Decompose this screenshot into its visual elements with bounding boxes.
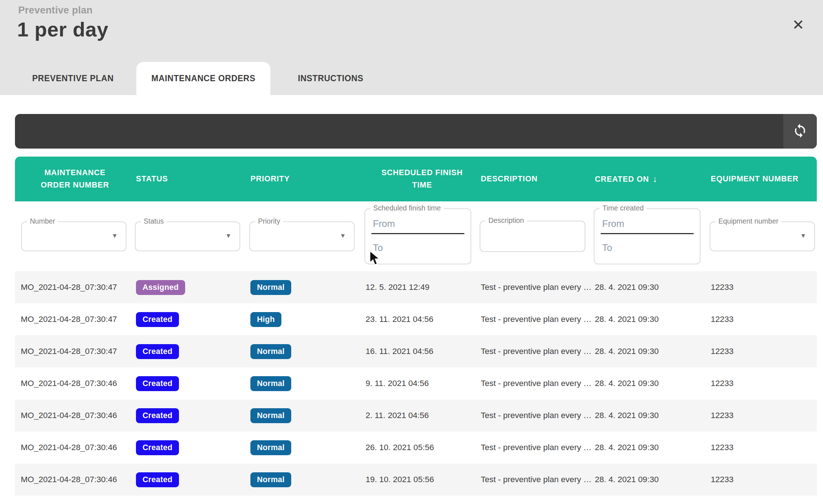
priority-badge: High xyxy=(250,312,281,327)
cell-description: Test - preventive plan every d... xyxy=(480,379,594,388)
cell-scheduled-finish-time: 19. 10. 2021 05:56 xyxy=(364,475,480,484)
cell-order-number: MO_2021-04-28_07:30:47 xyxy=(15,315,135,324)
sort-desc-icon: ↓ xyxy=(653,174,658,184)
close-button[interactable]: ✕ xyxy=(788,15,808,35)
filter-scheduled-finish-time: Scheduled finish time xyxy=(364,208,471,264)
cell-priority: Normal xyxy=(249,344,364,359)
cell-description: Test - preventive plan every d... xyxy=(480,283,594,292)
cell-priority: Normal xyxy=(249,376,364,391)
cell-description: Test - preventive plan every d... xyxy=(480,475,594,484)
cell-created-on: 28. 4. 2021 09:30 xyxy=(594,283,710,292)
cell-description: Test - preventive plan every d... xyxy=(480,443,594,452)
tab-maintenance-orders[interactable]: MAINTENANCE ORDERS xyxy=(136,62,270,95)
cell-order-number: MO_2021-04-28_07:30:46 xyxy=(15,475,135,484)
cell-created-on: 28. 4. 2021 09:30 xyxy=(594,315,710,324)
dialog-subtitle: Preventive plan xyxy=(18,5,93,16)
filter-equipment-number-select[interactable]: Equipment number ▼ xyxy=(710,221,815,251)
refresh-button[interactable] xyxy=(783,114,817,149)
cell-order-number: MO_2021-04-28_07:30:46 xyxy=(15,443,135,452)
table-toolbar xyxy=(15,114,817,149)
tab-bar: PREVENTIVE PLAN MAINTENANCE ORDERS INSTR… xyxy=(9,62,391,95)
scheduled-to-input[interactable] xyxy=(371,237,464,257)
filter-time-created-label: Time created xyxy=(600,204,647,212)
status-badge: Created xyxy=(136,440,179,455)
cell-created-on: 28. 4. 2021 09:30 xyxy=(594,443,710,452)
tab-preventive-plan[interactable]: PREVENTIVE PLAN xyxy=(9,62,136,95)
status-badge: Created xyxy=(136,376,179,391)
chevron-down-icon: ▼ xyxy=(225,232,231,240)
table-row[interactable]: MO_2021-04-28_07:30:46 Created Normal 19… xyxy=(15,464,817,496)
time-created-to-input[interactable] xyxy=(601,237,694,257)
column-header-description[interactable]: DESCRIPTION xyxy=(480,173,594,185)
table-body: MO_2021-04-28_07:30:47 Assigned Normal 1… xyxy=(15,271,823,496)
filter-status-label: Status xyxy=(141,217,167,225)
cell-created-on: 28. 4. 2021 09:30 xyxy=(594,379,710,388)
priority-badge: Normal xyxy=(250,472,291,487)
priority-badge: Normal xyxy=(250,376,291,391)
status-badge: Created xyxy=(136,408,179,423)
cell-description: Test - preventive plan every d... xyxy=(480,347,594,356)
cell-created-on: 28. 4. 2021 09:30 xyxy=(594,347,710,356)
cell-scheduled-finish-time: 23. 11. 2021 04:56 xyxy=(364,315,480,324)
status-badge: Assigned xyxy=(136,280,185,295)
table-row[interactable]: MO_2021-04-28_07:30:47 Assigned Normal 1… xyxy=(15,271,817,303)
refresh-icon xyxy=(792,123,808,139)
dialog-header: Preventive plan 1 per day ✕ PREVENTIVE P… xyxy=(0,0,823,95)
cell-order-number: MO_2021-04-28_07:30:47 xyxy=(15,283,135,292)
cell-equipment-number: 12233 xyxy=(710,379,817,388)
table-row[interactable]: MO_2021-04-28_07:30:47 Created Normal 16… xyxy=(15,335,817,367)
cell-description: Test - preventive plan every d... xyxy=(480,411,594,420)
cell-status: Created xyxy=(135,344,249,359)
cell-scheduled-finish-time: 12. 5. 2021 12:49 xyxy=(364,283,480,292)
scheduled-from-input[interactable] xyxy=(371,216,464,234)
cell-equipment-number: 12233 xyxy=(710,411,817,420)
filter-equipment-number-label: Equipment number xyxy=(715,217,781,225)
cell-created-on: 28. 4. 2021 09:30 xyxy=(594,411,710,420)
preventive-plan-dialog: Preventive plan 1 per day ✕ PREVENTIVE P… xyxy=(0,0,823,504)
chevron-down-icon: ▼ xyxy=(800,232,806,240)
cell-status: Assigned xyxy=(135,280,249,295)
priority-badge: Normal xyxy=(250,440,291,455)
status-badge: Created xyxy=(136,312,179,327)
column-header-created-on[interactable]: CREATED ON↓ xyxy=(594,172,710,186)
tab-content-maintenance-orders: MAINTENANCE ORDER NUMBER STATUS PRIORITY… xyxy=(0,95,823,496)
cell-scheduled-finish-time: 9. 11. 2021 04:56 xyxy=(364,379,480,388)
table-row[interactable]: MO_2021-04-28_07:30:46 Created Normal 9.… xyxy=(15,367,817,399)
filter-priority-select[interactable]: Priority ▼ xyxy=(249,221,355,251)
table-header-row: MAINTENANCE ORDER NUMBER STATUS PRIORITY… xyxy=(15,157,817,201)
cell-description: Test - preventive plan every d... xyxy=(480,315,594,324)
cell-status: Created xyxy=(135,376,249,391)
table-row[interactable]: MO_2021-04-28_07:30:46 Created Normal 26… xyxy=(15,432,817,464)
cell-equipment-number: 12233 xyxy=(710,347,817,356)
filter-scheduled-finish-time-label: Scheduled finish time xyxy=(370,204,444,212)
time-created-from-input[interactable] xyxy=(601,216,694,234)
cell-equipment-number: 12233 xyxy=(710,443,817,452)
close-icon: ✕ xyxy=(792,17,804,32)
cell-priority: Normal xyxy=(249,472,364,487)
column-header-maintenance-order-number[interactable]: MAINTENANCE ORDER NUMBER xyxy=(15,167,135,191)
table-row[interactable]: MO_2021-04-28_07:30:46 Created Normal 2.… xyxy=(15,399,817,432)
status-badge: Created xyxy=(136,472,179,487)
cell-status: Created xyxy=(135,440,249,455)
cell-priority: Normal xyxy=(249,280,364,295)
status-badge: Created xyxy=(136,344,179,359)
filter-status-select[interactable]: Status ▼ xyxy=(135,221,240,251)
cell-status: Created xyxy=(135,472,249,487)
cell-equipment-number: 12233 xyxy=(710,283,817,292)
cell-status: Created xyxy=(135,408,249,423)
filter-number-label: Number xyxy=(27,217,58,225)
cell-priority: Normal xyxy=(249,440,364,455)
column-header-status[interactable]: STATUS xyxy=(135,173,249,185)
filter-description-input[interactable]: Description xyxy=(480,221,585,252)
cell-created-on: 28. 4. 2021 09:30 xyxy=(594,475,710,484)
filter-row: Number ▼ Status ▼ Priority ▼ Scheduled f… xyxy=(15,201,817,271)
tab-instructions[interactable]: INSTRUCTIONS xyxy=(270,62,391,95)
filter-number-select[interactable]: Number ▼ xyxy=(21,221,126,251)
column-header-priority[interactable]: PRIORITY xyxy=(249,173,364,185)
cell-equipment-number: 12233 xyxy=(710,475,817,484)
column-header-equipment-number[interactable]: EQUIPMENT NUMBER xyxy=(710,173,817,185)
table-row[interactable]: MO_2021-04-28_07:30:47 Created High 23. … xyxy=(15,303,817,335)
cell-priority: High xyxy=(249,312,364,327)
column-header-scheduled-finish-time[interactable]: SCHEDULED FINISH TIME xyxy=(364,167,480,191)
filter-priority-label: Priority xyxy=(255,217,283,225)
